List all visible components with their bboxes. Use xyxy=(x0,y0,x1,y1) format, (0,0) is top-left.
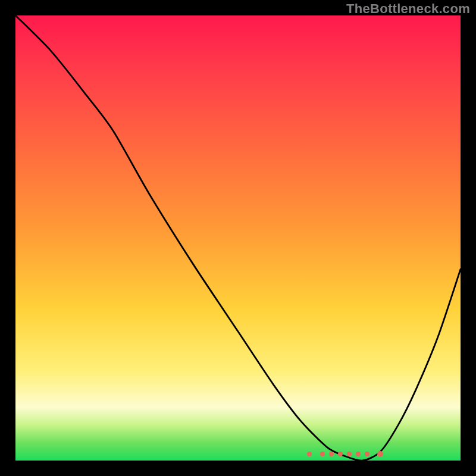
valley-marker-dot xyxy=(307,452,312,456)
valley-marker-dot xyxy=(338,452,343,456)
valley-marker-dot xyxy=(365,452,369,456)
valley-marker-dot xyxy=(320,452,325,456)
valley-marker-dot xyxy=(377,451,383,457)
valley-marker-dot xyxy=(329,452,334,456)
watermark-text: TheBottleneck.com xyxy=(346,1,470,17)
valley-marker-dot xyxy=(347,452,352,456)
valley-marker-group xyxy=(15,15,461,461)
valley-marker-dot xyxy=(356,452,361,456)
plot-area xyxy=(15,15,461,461)
chart-frame: TheBottleneck.com xyxy=(0,0,476,476)
